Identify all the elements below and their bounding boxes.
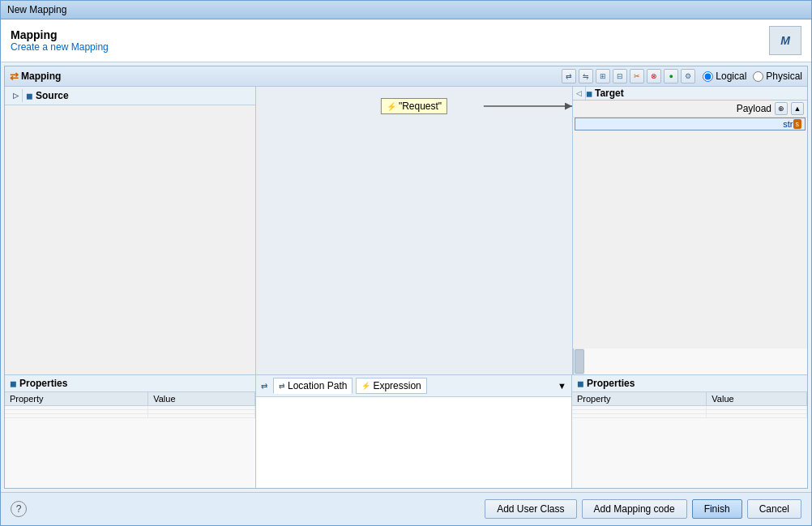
- target-panel-header-row: ◁ ◼ Target: [573, 87, 807, 100]
- bottom-section: ◼ Properties Property Value: [5, 374, 807, 488]
- target-str-badge: s: [793, 119, 802, 129]
- source-panel-label: Source: [36, 90, 69, 101]
- expression-value: "Request": [399, 100, 442, 112]
- target-scroll-thumb[interactable]: [575, 349, 584, 374]
- source-panel-icon: ◼: [26, 92, 32, 100]
- left-props-header: ◼ Properties: [5, 375, 255, 392]
- target-expand-icon[interactable]: ◁: [576, 89, 582, 97]
- expr-dropdown-btn[interactable]: ▼: [558, 381, 566, 391]
- mapping-header-icon: M: [769, 26, 801, 55]
- source-tree-area: [5, 105, 255, 374]
- radio-physical-label[interactable]: Physical: [753, 71, 802, 82]
- left-props-col-property: Property: [5, 392, 148, 406]
- left-props-table: Property Value: [5, 392, 255, 488]
- add-mapping-code-button[interactable]: Add Mapping code: [582, 499, 687, 519]
- expr-body: [256, 397, 571, 488]
- mapping-toolbar-icon: ⇄: [10, 71, 19, 83]
- toolbar-btn-6[interactable]: ⊗: [647, 69, 661, 83]
- radio-physical-text: Physical: [766, 71, 802, 82]
- toolbar-btn-7[interactable]: ●: [664, 69, 678, 83]
- tab-location-path[interactable]: ⇄ Location Path: [273, 378, 353, 394]
- target-scrollbar[interactable]: [573, 349, 584, 374]
- toolbar-btn-3[interactable]: ⊞: [596, 69, 610, 83]
- finish-button[interactable]: Finish: [692, 499, 742, 519]
- dialog-titlebar: New Mapping: [1, 1, 811, 19]
- cancel-button[interactable]: Cancel: [747, 499, 801, 519]
- help-icon: ?: [16, 503, 22, 515]
- right-properties-panel: ◼ Properties Property Value: [572, 375, 807, 488]
- view-mode-radio-group: Logical Physical: [703, 71, 802, 82]
- left-properties-panel: ◼ Properties Property Value: [5, 375, 256, 488]
- right-props-icon: ◼: [577, 379, 583, 388]
- right-props-header: ◼ Properties: [572, 375, 807, 392]
- toolbar-buttons: ⇄ ⇋ ⊞ ⊟ ✂ ⊗ ●: [562, 69, 802, 83]
- toolbar-mapping-label: Mapping: [21, 71, 61, 82]
- expression-tab-icon: ⚡: [361, 382, 370, 390]
- target-panel: ◁ ◼ Target Payload ⊕ ▲: [572, 87, 807, 374]
- location-path-icon: ⇄: [279, 382, 285, 390]
- source-panel-header: ▷ ◼ Source: [5, 87, 255, 105]
- toolbar-btn-8[interactable]: ⚙: [681, 69, 695, 83]
- expr-node-icon: ⚡: [387, 102, 396, 111]
- tab-location-label: Location Path: [288, 380, 347, 391]
- right-props-label: Properties: [587, 378, 635, 389]
- left-props-icon: ◼: [10, 379, 16, 388]
- radio-logical[interactable]: [703, 71, 713, 82]
- header-icon-letter: M: [780, 34, 790, 47]
- source-expand-icon[interactable]: ▷: [13, 92, 19, 100]
- dialog-footer: ? Add User Class Add Mapping code Finish…: [1, 492, 811, 525]
- toolbar-section-label: ⇄ Mapping: [10, 71, 61, 83]
- dialog-title: New Mapping: [7, 4, 66, 15]
- target-str-label: str: [579, 119, 793, 129]
- help-button[interactable]: ?: [11, 501, 27, 517]
- dialog-header-title: Mapping: [11, 28, 109, 41]
- target-payload-icon-btn[interactable]: ⊕: [775, 102, 788, 115]
- source-panel: ▷ ◼ Source: [5, 87, 256, 374]
- dialog-header: Mapping Create a new Mapping M: [1, 19, 811, 62]
- mapping-panel: ⇄ Mapping ⇄ ⇋ ⊞ ⊟ ✂: [4, 66, 808, 489]
- target-panel-icon: ◼: [586, 89, 592, 98]
- expr-panel-icon: ⇄: [261, 382, 267, 391]
- tab-expression-label: Expression: [373, 380, 421, 391]
- radio-logical-text: Logical: [716, 71, 746, 82]
- connector-svg: [256, 87, 572, 374]
- right-props-table: Property Value: [572, 392, 807, 488]
- right-props-col-property: Property: [572, 392, 707, 406]
- toolbar-btn-1[interactable]: ⇄: [562, 69, 576, 83]
- toolbar-btn-4[interactable]: ⊟: [613, 69, 627, 83]
- target-expand-col: ◁: [573, 87, 586, 100]
- dialog-header-left: Mapping Create a new Mapping: [11, 28, 109, 53]
- mapping-toolbar: ⇄ Mapping ⇄ ⇋ ⊞ ⊟ ✂: [5, 66, 807, 87]
- expr-panel-header: ⇄ ⇄ Location Path ⚡ Expression ▼: [256, 375, 571, 397]
- right-props-row-3: [572, 414, 807, 418]
- middle-mapping-panel: ⚡ "Request": [256, 87, 572, 374]
- new-mapping-dialog: New Mapping Mapping Create a new Mapping…: [0, 0, 812, 526]
- toolbar-btn-5[interactable]: ✂: [630, 69, 644, 83]
- dialog-header-subtitle: Create a new Mapping: [11, 41, 109, 53]
- expression-panel: ⇄ ⇄ Location Path ⚡ Expression ▼: [256, 375, 572, 488]
- radio-logical-label[interactable]: Logical: [703, 71, 746, 82]
- right-props-col-value: Value: [707, 392, 807, 406]
- target-tree-area: Payload ⊕ ▲ str s: [573, 100, 807, 349]
- tab-expression[interactable]: ⚡ Expression: [356, 378, 426, 394]
- radio-physical[interactable]: [753, 71, 763, 82]
- left-props-label: Properties: [19, 378, 67, 389]
- toolbar-btn-2[interactable]: ⇋: [579, 69, 593, 83]
- target-panel-label: Target: [595, 88, 624, 99]
- expression-node: ⚡ "Request": [381, 98, 447, 114]
- target-str-row: str s: [575, 118, 806, 130]
- source-expand-col: ▷: [10, 89, 23, 102]
- target-payload-label: Payload: [737, 103, 771, 114]
- target-payload-settings-btn[interactable]: ▲: [791, 102, 804, 115]
- add-user-class-button[interactable]: Add User Class: [485, 499, 576, 519]
- mapping-content-area: ▷ ◼ Source: [5, 87, 807, 374]
- left-props-col-value: Value: [148, 392, 255, 406]
- left-props-row-3: [5, 414, 255, 418]
- target-payload-row: Payload ⊕ ▲: [573, 100, 807, 118]
